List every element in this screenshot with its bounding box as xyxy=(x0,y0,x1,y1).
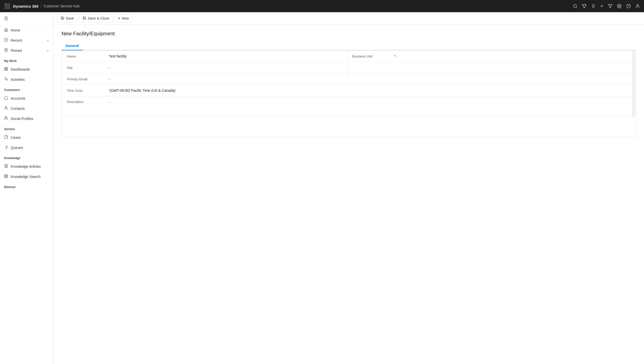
svg-rect-25 xyxy=(5,176,6,178)
section-customers: Customers xyxy=(0,85,53,93)
topbar-brand: ⬛ Dynamics 365 Customer Service Hub xyxy=(4,3,80,9)
primary-email-empty-col xyxy=(347,73,633,85)
save-button-label: Save xyxy=(66,16,74,20)
business-unit-value[interactable]: --- xyxy=(395,54,627,58)
trophy-icon[interactable] xyxy=(582,4,587,8)
chevron-down-icon-2: ∨ xyxy=(47,49,49,52)
form-panel: Name * test facility Business Unit * ---… xyxy=(62,50,636,137)
lightbulb-icon[interactable] xyxy=(591,4,596,8)
search-icon[interactable] xyxy=(573,4,577,8)
topbar-app-name: Customer Service Hub xyxy=(41,4,80,8)
svg-point-0 xyxy=(574,4,577,7)
sidebar-item-recent[interactable]: Recent ∨ xyxy=(0,35,53,46)
svg-rect-24 xyxy=(6,175,8,176)
sidebar-item-recent-label: Recent xyxy=(11,38,22,42)
svg-point-6 xyxy=(637,4,638,6)
page-title: New Facility/Equipment xyxy=(62,31,636,37)
scrollbar-right-2 xyxy=(633,62,636,73)
dashboards-icon xyxy=(4,67,8,72)
sidebar-item-home-label: Home xyxy=(11,28,20,32)
toolbar: Save Save & Close + New xyxy=(53,12,644,25)
scrollbar-right-3 xyxy=(633,73,636,85)
description-label: Description xyxy=(67,100,108,104)
save-close-button-label: Save & Close xyxy=(88,16,109,20)
svg-rect-11 xyxy=(6,69,8,70)
sidebar-item-accounts[interactable]: Accounts xyxy=(0,93,53,103)
svg-rect-9 xyxy=(5,67,6,69)
pin-icon xyxy=(4,48,8,53)
settings-icon[interactable] xyxy=(617,4,622,8)
accounts-icon xyxy=(4,96,8,101)
form-row-description: Description --- xyxy=(62,96,636,117)
activities-icon xyxy=(4,77,8,82)
timezone-value[interactable]: (GMT-08:00) Pacific Time (US & Canada) xyxy=(110,88,627,93)
form-area: New Facility/Equipment General Name * te… xyxy=(53,25,644,364)
new-button-label: New xyxy=(122,16,129,20)
help-icon[interactable] xyxy=(626,4,631,8)
sidebar-item-social-profiles-label: Social Profiles xyxy=(11,117,33,121)
form-row-site: Site --- xyxy=(62,62,636,73)
sidebar-item-pinned-label: Pinned xyxy=(11,49,22,53)
sidebar-item-knowledge-search-label: Knowledge Search xyxy=(11,175,41,179)
sidebar: ☰ Home Recent ∨ Pinn xyxy=(0,12,53,364)
filter-icon[interactable] xyxy=(608,4,612,8)
sidebar-item-contacts-label: Contacts xyxy=(11,107,25,111)
site-value[interactable]: --- xyxy=(108,66,342,70)
name-value[interactable]: test facility xyxy=(110,54,342,58)
svg-marker-2 xyxy=(608,4,612,8)
sidebar-item-queues-label: Queues xyxy=(11,146,23,150)
sidebar-item-activities[interactable]: Activities xyxy=(0,74,53,85)
section-knowledge: Knowledge xyxy=(0,153,53,161)
home-icon xyxy=(4,28,8,33)
tab-general[interactable]: General xyxy=(62,42,83,50)
svg-point-3 xyxy=(619,6,620,7)
sidebar-item-dashboards[interactable]: Dashboards xyxy=(0,64,53,74)
main-content: Save Save & Close + New New Facility/Equ… xyxy=(53,12,644,364)
recent-icon xyxy=(4,38,8,43)
topbar-brand-name: Dynamics 365 xyxy=(13,4,38,8)
timezone-label: Time Zone xyxy=(67,89,108,93)
topbar-icons: + xyxy=(573,3,640,9)
svg-point-14 xyxy=(5,117,6,118)
svg-rect-23 xyxy=(5,175,6,176)
svg-point-13 xyxy=(5,107,7,108)
primary-email-label: Primary Email xyxy=(67,77,108,81)
dynamics-logo: ⬛ xyxy=(4,3,10,9)
form-tabs: General xyxy=(62,42,636,50)
sidebar-item-knowledge-search[interactable]: Knowledge Search xyxy=(0,172,53,182)
contacts-icon xyxy=(4,106,8,111)
topbar: ⬛ Dynamics 365 Customer Service Hub + xyxy=(0,0,644,12)
sidebar-menu-button[interactable]: ☰ xyxy=(0,12,53,25)
description-value[interactable]: --- xyxy=(108,100,627,104)
new-button[interactable]: + New xyxy=(115,14,132,22)
add-global-icon[interactable]: + xyxy=(600,3,603,9)
site-label: Site xyxy=(67,66,108,70)
sidebar-item-contacts[interactable]: Contacts xyxy=(0,103,53,114)
section-devices: Devices xyxy=(0,182,53,190)
sidebar-item-cases[interactable]: Cases xyxy=(0,132,53,143)
name-field-col: Name * test facility xyxy=(62,51,347,62)
sidebar-item-pinned[interactable]: Pinned ∨ xyxy=(0,46,53,56)
sidebar-item-home[interactable]: Home xyxy=(0,25,53,35)
save-close-button[interactable]: Save & Close xyxy=(79,14,113,22)
knowledge-articles-icon xyxy=(4,164,8,169)
scrollbar-right-5 xyxy=(633,96,636,116)
sidebar-item-accounts-label: Accounts xyxy=(11,96,25,100)
svg-rect-26 xyxy=(6,176,8,178)
business-unit-label: Business Unit xyxy=(352,54,393,58)
save-button[interactable]: Save xyxy=(57,14,77,22)
user-icon[interactable] xyxy=(635,4,640,8)
timezone-field-col: Time Zone * (GMT-08:00) Pacific Time (US… xyxy=(62,85,633,96)
sidebar-item-social-profiles[interactable]: Social Profiles xyxy=(0,114,53,124)
section-service: Service xyxy=(0,124,53,132)
primary-email-field-col: Primary Email --- xyxy=(62,73,347,85)
sidebar-item-queues[interactable]: Queues xyxy=(0,143,53,153)
sidebar-item-knowledge-articles[interactable]: Knowledge Articles xyxy=(0,161,53,172)
form-row-name: Name * test facility Business Unit * --- xyxy=(62,51,636,62)
scrollbar-right xyxy=(633,51,636,62)
business-unit-field-col: Business Unit * --- xyxy=(347,51,633,62)
scrollbar-right-4 xyxy=(633,85,636,96)
primary-email-value[interactable]: --- xyxy=(108,77,342,81)
name-label: Name xyxy=(67,54,108,58)
form-row-timezone: Time Zone * (GMT-08:00) Pacific Time (US… xyxy=(62,85,636,96)
